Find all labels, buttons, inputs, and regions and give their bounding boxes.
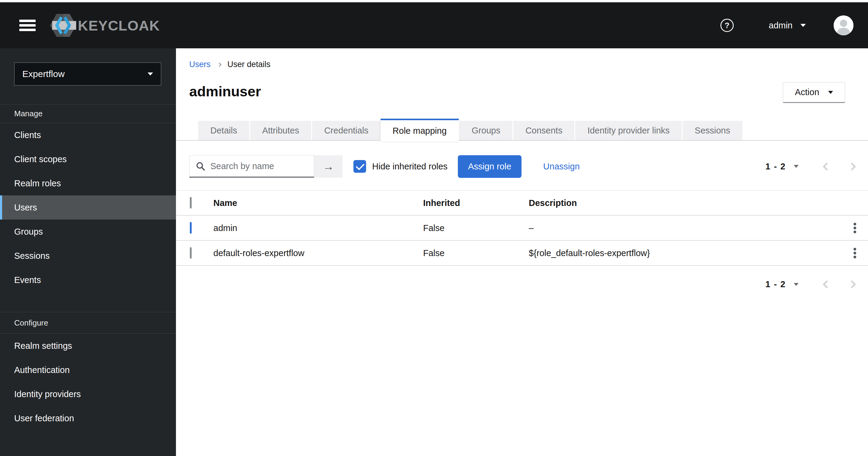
unassign-link[interactable]: Unassign <box>543 162 580 172</box>
hamburger-menu-button[interactable] <box>19 18 36 33</box>
prev-page-chevron-icon[interactable] <box>823 280 831 288</box>
table-row: admin False – <box>176 216 868 241</box>
nav-section-configure: Configure <box>0 312 176 333</box>
assign-role-button[interactable]: Assign role <box>458 155 522 178</box>
window-top-strip <box>0 0 868 2</box>
per-page-dropdown-caret-icon[interactable] <box>794 283 799 286</box>
table-header-row: Name Inherited Description <box>176 191 868 216</box>
realm-selector-caret-icon <box>148 73 153 76</box>
role-inherited: False <box>423 223 444 233</box>
row-checkbox-default-roles[interactable] <box>190 247 192 258</box>
column-header-name: Name <box>213 198 237 208</box>
keycloak-logo-icon <box>49 13 77 38</box>
sidebar-item-authentication[interactable]: Authentication <box>0 358 176 382</box>
user-detail-tabs: Details Attributes Credentials Role mapp… <box>176 121 868 141</box>
row-checkbox-admin[interactable] <box>190 222 192 233</box>
nav-section-manage: Manage <box>0 105 176 123</box>
main-content: Users User details adminuser Action Deta… <box>176 48 868 456</box>
pagination-range: 1 - 2 <box>765 279 786 289</box>
sidebar-item-realm-roles[interactable]: Realm roles <box>0 171 176 195</box>
next-page-chevron-icon[interactable] <box>848 280 856 288</box>
sidebar-item-client-scopes[interactable]: Client scopes <box>0 147 176 171</box>
column-header-description: Description <box>529 198 577 208</box>
tab-consents[interactable]: Consents <box>513 121 575 140</box>
user-avatar[interactable] <box>834 16 854 35</box>
user-menu-caret-icon[interactable] <box>800 24 806 27</box>
hide-inherited-roles-label: Hide inherited roles <box>372 162 447 172</box>
hamburger-bar <box>19 20 36 22</box>
configure-nav-list: Realm settings Authentication Identity p… <box>0 334 176 430</box>
prev-page-chevron-icon[interactable] <box>823 163 831 171</box>
sidebar-item-events[interactable]: Events <box>0 268 176 292</box>
select-all-checkbox[interactable] <box>190 197 192 208</box>
sidebar-item-sessions[interactable]: Sessions <box>0 244 176 268</box>
realm-selector-dropdown[interactable]: Expertflow <box>14 62 161 85</box>
row-actions-kebab-button[interactable] <box>849 247 860 259</box>
breadcrumb-chevron-icon <box>217 62 221 66</box>
realm-selector-value: Expertflow <box>22 69 65 79</box>
action-dropdown-button[interactable]: Action <box>783 82 845 103</box>
hamburger-bar <box>19 24 36 27</box>
current-user-menu[interactable]: admin <box>769 21 793 30</box>
help-icon[interactable]: ? <box>720 19 734 32</box>
brand-text: KEYCLOAK <box>78 17 160 34</box>
page-title: adminuser <box>189 83 261 99</box>
hide-inherited-roles-checkbox[interactable] <box>353 160 366 173</box>
role-name: admin <box>213 223 237 233</box>
tab-groups[interactable]: Groups <box>459 121 513 140</box>
masthead-right: ? admin <box>720 16 868 35</box>
sidebar-item-groups[interactable]: Groups <box>0 220 176 244</box>
search-group: → <box>189 155 343 177</box>
search-input[interactable] <box>210 161 310 171</box>
tab-role-mapping[interactable]: Role mapping <box>380 119 459 141</box>
role-description: ${role_default-roles-expertflow} <box>529 248 650 258</box>
sidebar-spacer <box>0 292 176 312</box>
tab-identity-provider-links[interactable]: Identity provider links <box>574 121 681 140</box>
breadcrumb: Users User details <box>189 60 271 69</box>
masthead: KEYCLOAK ? admin <box>0 2 868 48</box>
breadcrumb-current: User details <box>227 60 271 69</box>
tab-sessions[interactable]: Sessions <box>682 121 742 140</box>
search-input-box <box>189 155 314 177</box>
column-header-inherited: Inherited <box>423 198 460 208</box>
breadcrumb-users-link[interactable]: Users <box>189 60 211 69</box>
sidebar-item-identity-providers[interactable]: Identity providers <box>0 382 176 406</box>
sidebar-item-realm-settings[interactable]: Realm settings <box>0 334 176 358</box>
role-inherited: False <box>423 248 444 258</box>
keycloak-admin-console: KEYCLOAK ? admin Expertflow Manage Clie <box>0 0 868 456</box>
search-submit-button[interactable]: → <box>314 155 343 177</box>
tab-details[interactable]: Details <box>198 121 249 140</box>
row-actions-kebab-button[interactable] <box>849 221 860 234</box>
manage-nav-list: Clients Client scopes Realm roles Users … <box>0 123 176 292</box>
pagination-range: 1 - 2 <box>765 162 786 172</box>
role-name: default-roles-expertflow <box>213 248 304 258</box>
hamburger-bar <box>19 29 36 31</box>
per-page-dropdown-caret-icon[interactable] <box>794 165 799 168</box>
pagination-bottom: 1 - 2 <box>765 279 855 289</box>
sidebar-item-clients[interactable]: Clients <box>0 123 176 147</box>
role-mapping-table: Name Inherited Description admin False –… <box>176 190 868 266</box>
tab-attributes[interactable]: Attributes <box>249 121 311 140</box>
search-icon <box>195 161 206 171</box>
sidebar-item-user-federation[interactable]: User federation <box>0 406 176 430</box>
next-page-chevron-icon[interactable] <box>848 163 856 171</box>
role-description: – <box>529 223 534 233</box>
table-row: default-roles-expertflow False ${role_de… <box>176 241 868 266</box>
action-label: Action <box>795 87 819 97</box>
sidebar-nav: Expertflow Manage Clients Client scopes … <box>0 48 176 456</box>
keycloak-brand[interactable]: KEYCLOAK <box>49 13 160 38</box>
tab-credentials[interactable]: Credentials <box>311 121 380 140</box>
pagination-top: 1 - 2 <box>765 162 855 172</box>
role-mapping-toolbar: → Hide inherited roles Assign role Unass… <box>189 154 855 178</box>
sidebar-item-users[interactable]: Users <box>0 195 176 220</box>
action-caret-icon <box>828 91 833 94</box>
